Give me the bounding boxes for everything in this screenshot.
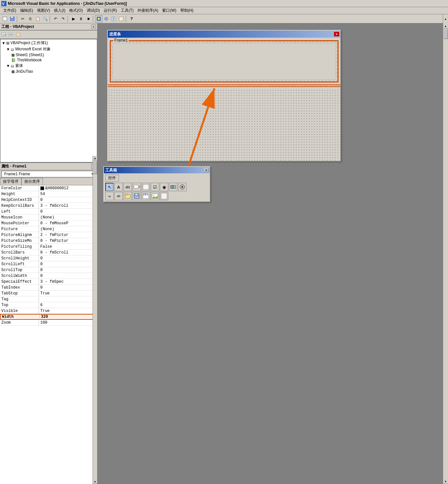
tree-item-sheet1[interactable]: ▦ Sheet1 (Sheet1) <box>1 52 96 57</box>
tb-btn-find[interactable]: 🔍 <box>42 15 49 22</box>
svg-rect-35 <box>143 193 145 195</box>
props-value-scrollwidth[interactable]: 0 <box>39 273 97 279</box>
props-row-picturetiling: PictureTiling False <box>0 244 97 250</box>
menu-item-format[interactable]: 格式(O) <box>67 7 84 14</box>
menu-item-debug[interactable]: 调试(D) <box>85 7 102 14</box>
props-name-width: Width <box>1 314 40 319</box>
tool-checkbox[interactable]: ☑ <box>151 183 159 191</box>
props-value-visible[interactable]: True <box>39 308 97 314</box>
properties-dropdown[interactable]: Frame1 Frame <box>1 171 96 177</box>
props-value-top[interactable]: 6 <box>39 303 97 308</box>
props-value-width[interactable]: 320 <box>40 314 96 319</box>
tree-item-jindutioa[interactable]: ▦ JinDuTiao <box>1 69 96 74</box>
props-value-picturetiling[interactable]: False <box>39 244 97 249</box>
project-btn-viewcode[interactable]: </> <box>1 31 7 38</box>
tool-radiobutton[interactable]: ◉ <box>160 183 168 191</box>
tb-btn-save[interactable] <box>9 15 16 22</box>
tool-listbox[interactable] <box>142 183 150 191</box>
tool-frame[interactable] <box>178 183 186 191</box>
props-value-scrollbars[interactable]: 0 - fmScroll <box>39 250 97 255</box>
tb-btn-paste[interactable]: 📋 <box>34 15 41 22</box>
props-row-scrollbars: ScrollBars 0 - fmScroll <box>0 250 97 255</box>
tb-btn-stop[interactable]: ■ <box>85 15 92 22</box>
tb-btn-pause[interactable]: ⏸ <box>77 15 84 22</box>
toolbar-scrollbar[interactable]: ▲ <box>443 14 448 23</box>
tb-btn-cut[interactable]: ✂ <box>19 15 26 22</box>
props-value-specialeffect[interactable]: 3 - fmSpec <box>39 279 97 284</box>
tab-categorical[interactable]: 按分类序 <box>21 178 43 185</box>
props-value-keepscrollbars[interactable]: 3 - fmScroll <box>39 203 97 208</box>
scrollbar-down-arrow[interactable]: ▼ <box>93 479 97 484</box>
props-value-tag[interactable] <box>39 299 97 300</box>
props-value-left[interactable]: 0 <box>39 209 97 214</box>
props-row-scrollwidth: ScrollWidth 0 <box>0 273 97 279</box>
tool-image[interactable] <box>151 192 159 200</box>
props-value-forecolor[interactable]: &H80000012 <box>39 186 97 191</box>
tb-btn-run[interactable]: ▶ <box>70 15 77 22</box>
tb-btn-toolbox[interactable] <box>118 15 125 22</box>
project-panel-close[interactable]: × <box>91 24 96 29</box>
props-name-tabstop: TabStop <box>0 291 39 296</box>
tool-combobox[interactable] <box>133 183 141 191</box>
props-value-mouseicon[interactable]: (None) <box>39 215 97 220</box>
tool-grid2[interactable] <box>160 192 168 200</box>
tb-btn-help[interactable]: ? <box>128 15 135 22</box>
props-value-tabindex[interactable]: 0 <box>39 285 97 290</box>
tool-savefile[interactable] <box>133 192 141 200</box>
props-row-scrolltop: ScrollTop 0 <box>0 267 97 273</box>
right-scroll-up[interactable]: ▲ <box>443 23 448 29</box>
tb-btn-copy[interactable]: ⎘ <box>27 15 34 22</box>
menu-item-view[interactable]: 视图(V) <box>35 7 52 14</box>
tb-btn-new[interactable] <box>1 15 8 22</box>
tool-togglebutton[interactable] <box>169 183 177 191</box>
tb-btn-design[interactable] <box>95 15 102 22</box>
props-value-helpcontextid[interactable]: 0 <box>39 197 97 203</box>
toolbox-tab-label[interactable]: 控件 <box>105 175 119 181</box>
menu-item-run[interactable]: 运行(R) <box>102 7 119 14</box>
tree-item-forms[interactable]: ▼ 🗂 窗体 <box>1 63 96 69</box>
tb-btn-props[interactable] <box>110 15 117 22</box>
props-value-height[interactable]: 54 <box>39 192 97 197</box>
scrollbar-up-arrow[interactable]: ▲ <box>93 156 97 160</box>
tree-item-thisworkbook[interactable]: 📗 ThisWorkbook <box>1 57 96 63</box>
props-value-zoom[interactable]: 100 <box>39 320 97 325</box>
tb-btn-undo[interactable]: ↶ <box>52 15 59 22</box>
tree-item-vbaproject[interactable]: ▼ ⊞ VBAProject (工作簿1) <box>1 40 96 46</box>
toolbox-close-btn[interactable]: × <box>204 168 209 172</box>
props-value-mousepointer[interactable]: 0 - fmMouseP <box>39 221 97 226</box>
menu-item-help[interactable]: 帮助(H) <box>178 7 196 14</box>
menu-item-tools[interactable]: 工具(T) <box>119 7 135 14</box>
form-close-btn[interactable]: × <box>334 32 339 36</box>
tb-btn-redo[interactable]: ↷ <box>59 15 67 22</box>
props-value-scrollheight[interactable]: 0 <box>39 256 97 261</box>
menu-item-insert[interactable]: 插入(I) <box>52 7 67 14</box>
menu-item-file[interactable]: 文件(E) <box>1 7 18 14</box>
props-value-picturealignm[interactable]: 2 - fmPictur <box>39 232 97 238</box>
scrollbar-thumb[interactable] <box>93 161 97 174</box>
tool-cursor[interactable]: ↖ <box>105 183 114 191</box>
tree-item-excel-objects[interactable]: ▼ 🗂 Microsoft Excel 对象 <box>1 46 96 52</box>
menu-item-addins[interactable]: 外接程序(A) <box>135 7 160 14</box>
tab-alphabetical[interactable]: 按字母序 <box>0 178 21 185</box>
menu-item-window[interactable]: 窗口(W) <box>160 7 178 14</box>
props-value-tabstop[interactable]: True <box>39 291 97 296</box>
tool-tab[interactable] <box>142 192 150 200</box>
props-value-scrolltop[interactable]: 0 <box>39 267 97 273</box>
tool-label[interactable]: A <box>114 183 123 191</box>
project-btn-toggle[interactable] <box>15 31 21 38</box>
right-scroll-down[interactable]: ▼ <box>443 479 448 484</box>
props-value-scrollleft[interactable]: 0 <box>39 262 97 267</box>
project-btn-viewobject[interactable] <box>8 31 14 38</box>
tb-btn-explorer[interactable] <box>103 15 110 22</box>
tool-ab[interactable]: ab <box>114 192 123 200</box>
props-value-picture[interactable]: (None) <box>39 227 97 232</box>
tool-textbox[interactable]: ab| <box>123 183 132 191</box>
left-panel-scrollbar[interactable]: ▲ ▼ <box>93 156 97 484</box>
right-scroll-thumb[interactable] <box>443 29 448 39</box>
tree-label-excel: Microsoft Excel 对象 <box>15 46 51 52</box>
right-scrollbar[interactable]: ▲ ▼ <box>443 23 448 484</box>
tool-xy[interactable]: xy <box>105 192 114 200</box>
tool-openfile[interactable] <box>123 192 132 200</box>
menu-item-edit[interactable]: 编辑(E) <box>18 7 35 14</box>
props-value-picturesizemo[interactable]: 0 - fmPictur <box>39 238 97 243</box>
